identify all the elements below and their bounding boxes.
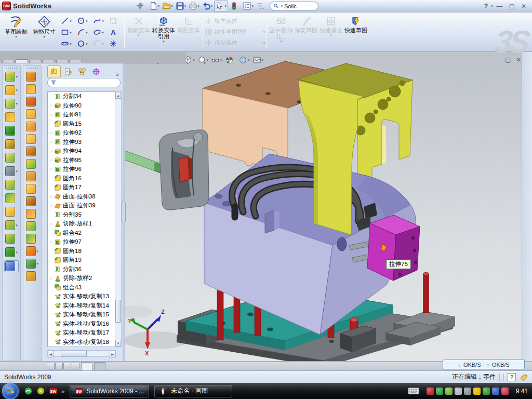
sketch-entity-button[interactable]: A ▾ <box>107 28 123 36</box>
tray-icon[interactable] <box>455 388 462 395</box>
tree-item[interactable]: ▷ 实体-移动/复制18 <box>48 338 115 347</box>
task-pane-icon[interactable] <box>523 151 531 159</box>
expand-arrow-icon[interactable]: ▷ <box>49 149 54 153</box>
sketch-entity-button[interactable]: ▾ <box>74 28 90 36</box>
task-pane-icon[interactable] <box>523 109 531 117</box>
expand-arrow-icon[interactable]: ▷ <box>49 140 54 144</box>
manager-tab[interactable] <box>89 65 103 77</box>
scrollbar-thumb[interactable] <box>115 300 121 323</box>
command-manager-tab[interactable] <box>56 60 69 63</box>
mold-tool-button[interactable]: ▾ <box>26 134 38 144</box>
tree-item[interactable]: ▷ 实体-移动/复制16 <box>48 320 115 329</box>
ribbon-button[interactable]: 等距实体 ▾ <box>176 14 201 49</box>
feature-tool-button[interactable]: ▾ <box>5 193 18 203</box>
tab-nav-button[interactable] <box>55 363 63 369</box>
mold-tool-button[interactable]: ▾ <box>26 171 38 181</box>
command-manager-tab[interactable] <box>43 60 55 63</box>
expand-arrow-icon[interactable]: ▷ <box>49 158 54 162</box>
mold-tool-button[interactable]: ▾ <box>26 209 38 219</box>
view-tool-button[interactable]: ▾ <box>224 55 237 65</box>
feature-tool-button[interactable]: ▾ <box>5 180 18 190</box>
scroll-right-button[interactable]: ▶ <box>110 351 115 357</box>
sketch-entity-button[interactable]: ▾ <box>90 39 107 48</box>
sketch-entity-button[interactable]: ▾ <box>58 39 74 48</box>
ribbon-button[interactable]: 显示/删除几... ▾ <box>269 14 294 49</box>
tag-icon[interactable] <box>520 373 528 381</box>
mold-tool-button[interactable]: ▾ <box>26 246 38 256</box>
ribbon-button[interactable]: 快速捕捉 ▾ <box>318 14 343 49</box>
sketch-entity-button[interactable]: ▾ <box>90 28 107 36</box>
scroll-left-button[interactable]: ◀ <box>48 351 54 357</box>
menu-item[interactable] <box>73 5 83 8</box>
feature-tool-button[interactable]: ▾ <box>5 72 18 82</box>
mold-tool-button[interactable]: ▾ <box>26 122 38 131</box>
graphics-viewport[interactable]: Y Z X 拉伸75 <box>125 52 522 361</box>
quick-tool-button[interactable]: ▾ <box>161 1 174 11</box>
keyboard-layout-icon[interactable] <box>408 388 419 394</box>
tree-item[interactable]: ▷ 实体-移动/复制13 <box>48 292 115 301</box>
expand-arrow-icon[interactable]: ▷ <box>49 131 54 135</box>
tree-item[interactable]: ▷ 分割36 <box>48 265 115 274</box>
command-manager-tab[interactable] <box>2 60 15 63</box>
expand-arrow-icon[interactable]: ▷ <box>49 167 54 171</box>
task-pane-icon[interactable] <box>523 137 531 145</box>
task-pane-icon[interactable] <box>523 95 531 103</box>
menu-item[interactable] <box>64 5 73 8</box>
quick-launch-icon[interactable] <box>24 387 33 395</box>
feature-tool-button[interactable]: ▾ <box>5 207 18 217</box>
tree-item[interactable]: ▷ 实体-移动/复制14 <box>48 301 115 311</box>
ribbon-button[interactable]: 线性草图阵列 ▾ <box>205 27 265 37</box>
expand-arrow-icon[interactable]: ▷ <box>49 240 54 244</box>
expand-arrow-icon[interactable]: ▷ <box>49 194 54 198</box>
tree-item[interactable]: ▷ 拉伸94 <box>48 147 115 156</box>
quick-launch-solidworks-icon[interactable]: SW <box>49 387 58 395</box>
minimize-button[interactable]: — <box>494 3 506 10</box>
ribbon-button[interactable]: 修复草图 ▾ <box>294 14 318 49</box>
search-input[interactable]: ▾ Solic <box>270 2 318 10</box>
sketch-entity-button[interactable]: ▾ <box>107 17 123 25</box>
mold-tool-button[interactable]: ▾ <box>26 196 38 206</box>
tree-item[interactable]: ▷ 拉伸96 <box>48 165 115 174</box>
tree-item[interactable]: ▷ 曲面-拉伸38 <box>48 192 115 202</box>
tree-item[interactable]: ▷ 拉伸92 <box>48 128 115 138</box>
quick-tool-button[interactable]: ▾ <box>214 1 228 11</box>
feature-tool-button[interactable]: ▾ <box>5 220 18 230</box>
feature-tool-button[interactable]: ▾ <box>5 139 18 149</box>
sketch-entity-button[interactable]: ▾ <box>58 17 74 25</box>
tray-icon[interactable] <box>483 388 490 395</box>
quick-tool-button[interactable]: ▾ <box>255 1 268 11</box>
view-tool-button[interactable]: ▾ <box>210 55 223 65</box>
expand-arrow-icon[interactable]: ▷ <box>49 276 54 281</box>
tree-item[interactable]: ▷ 组合43 <box>48 283 115 292</box>
model-tab[interactable] <box>81 362 92 370</box>
mold-tool-button[interactable]: ▾ <box>26 109 38 119</box>
expand-arrow-icon[interactable]: ▷ <box>49 204 54 208</box>
view-tool-button[interactable]: ▾ <box>197 55 209 65</box>
tray-icon[interactable] <box>436 388 443 395</box>
filter-input[interactable] <box>47 78 121 87</box>
menu-item[interactable] <box>92 5 101 8</box>
tree-item[interactable]: ▷ 圆角18 <box>48 247 115 256</box>
tree-item[interactable]: ▷ 分割34 <box>48 92 115 101</box>
tree-item[interactable]: ▷ 拉伸90 <box>48 101 115 111</box>
quick-tool-button[interactable]: ▾ <box>188 1 201 11</box>
manager-tab[interactable] <box>61 65 75 77</box>
toolbar-grip[interactable] <box>6 68 17 70</box>
mold-tool-button[interactable]: ▾ <box>26 159 38 169</box>
ribbon-button[interactable]: 草图绘制 ▾ <box>2 14 30 49</box>
feature-tool-button[interactable]: ▾ <box>5 126 18 136</box>
sketch-entity-button[interactable]: ▾ <box>58 28 74 36</box>
ribbon-button[interactable]: 镜向实体 ▾ <box>205 16 265 26</box>
task-pane-icon[interactable] <box>523 81 531 89</box>
scroll-up-button[interactable]: ▲ <box>115 92 121 99</box>
feature-tool-button[interactable]: ▾ <box>5 112 18 122</box>
chevron-right-icon[interactable]: » <box>113 71 122 77</box>
panel-splitter[interactable] <box>123 63 125 361</box>
tab-nav-button[interactable] <box>47 363 55 369</box>
tree-item[interactable]: ▷ 拉伸95 <box>48 156 115 165</box>
tree-item[interactable]: ▷ 分割35 <box>48 210 115 220</box>
mold-tool-button[interactable]: ▾ <box>26 271 38 281</box>
manager-tab[interactable] <box>47 65 61 77</box>
tray-icon[interactable] <box>492 388 499 395</box>
expand-arrow-icon[interactable]: ▷ <box>49 222 54 226</box>
